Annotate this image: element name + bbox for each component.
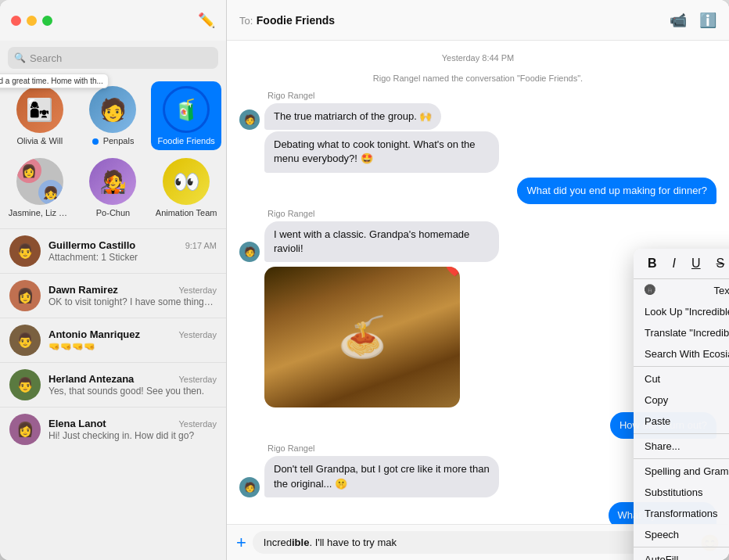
conv-content-elena: Elena Lanot Yesterday Hi! Just checking … (48, 418, 217, 441)
menu-item-autofill[interactable]: AutoFill ▶ (634, 549, 729, 560)
format-underline-button[interactable]: U (688, 255, 704, 272)
compose-icon[interactable]: ✏️ (198, 12, 215, 29)
conv-name-antonio: Antonio Manriquez (48, 328, 140, 340)
tooltip-olivia: We had a great time. Home with th... (0, 74, 109, 88)
menu-item-spelling[interactable]: Spelling and Grammar ▶ (634, 461, 729, 482)
main-panel: To: Foodie Friends 📹 ℹ️ Yesterday 8:44 P… (227, 0, 729, 560)
menu-label-copy: Copy (645, 394, 668, 406)
conv-elena[interactable]: 👩 Elena Lanot Yesterday Hi! Just checkin… (0, 407, 226, 451)
menu-item-transformations[interactable]: Transformations ▶ (634, 503, 729, 524)
conv-preview-guillermo: Attachment: 1 Sticker (48, 252, 217, 263)
conv-avatar-elena: 👩 (9, 414, 41, 445)
menu-item-search-ecosia[interactable]: Search With Ecosia (634, 343, 729, 364)
contact-name-jasmine-liz: Jasmine, Liz &... (9, 208, 71, 217)
avatar-jasmine-liz: 👩 👧 (16, 158, 63, 205)
chat-header: To: Foodie Friends 📹 ℹ️ (227, 0, 729, 41)
conv-time-guillermo: 9:17 AM (185, 241, 217, 250)
menu-item-copy[interactable]: Copy (634, 389, 729, 411)
info-icon[interactable]: ℹ️ (699, 12, 716, 29)
menu-label-translate: Translate "Incredible. I'll have to try.… (645, 327, 729, 339)
menu-label-paste: Paste (645, 415, 670, 427)
contact-name-animation-team: Animation Team (156, 208, 217, 217)
maximize-button[interactable] (42, 16, 52, 26)
minimize-button[interactable] (27, 16, 37, 26)
menu-item-lookup[interactable]: Look Up "Incredible. I'll have to try...… (634, 301, 729, 322)
conv-antonio[interactable]: 👨 Antonio Manriquez Yesterday 🤜🤜🤜🤜 (0, 318, 226, 362)
menu-label-cut: Cut (645, 373, 660, 385)
conv-preview-dawn: OK to visit tonight? I have some things … (48, 296, 217, 307)
msg-row-outgoing-1: What did you end up making for dinner? (239, 178, 716, 204)
menu-item-share[interactable]: Share... (634, 436, 729, 457)
text-effects-icon: 🅐 (645, 284, 655, 296)
menu-item-speech[interactable]: Speech ▶ (634, 524, 729, 545)
input-text-incred: Incred (264, 537, 292, 548)
bubble-pochun[interactable]: 🧑‍🎤 Po-Chun (78, 153, 149, 222)
video-call-icon[interactable]: 📹 (670, 12, 687, 29)
conv-guillermo[interactable]: 👨 Guillermo Castillo 9:17 AM Attachment:… (0, 228, 226, 273)
conv-herland[interactable]: 👨 Herland Antezana Yesterday Yes, that s… (0, 362, 226, 407)
menu-divider-3 (634, 458, 729, 459)
format-strikethrough-button[interactable]: S (713, 255, 728, 272)
bubble-msg-1: The true matriarch of the group. 🙌 (264, 103, 441, 130)
menu-label-speech: Speech (645, 529, 679, 540)
bubble-animation-team[interactable]: 👀 Animation Team (151, 153, 221, 222)
menu-label-autofill: AutoFill (645, 554, 678, 560)
conv-name-elena: Elena Lanot (48, 418, 106, 429)
titlebar: ✏️ (0, 0, 226, 41)
conv-avatar-antonio: 👨 (9, 325, 41, 356)
sender-rigo-1: Rigo Rangel (268, 91, 716, 100)
avatar-penpals: 🧑 (89, 86, 136, 133)
format-italic-button[interactable]: I (670, 255, 679, 272)
bubble-msg-2: Debating what to cook tonight. What's on… (264, 131, 499, 172)
message-input[interactable]: Incredible. I'll have to try mak (253, 531, 694, 554)
menu-divider-2 (634, 433, 729, 434)
menu-item-text-effects[interactable]: 🅐 Text Effects ▶ Big Small Shake Nod Exp… (634, 279, 729, 301)
chat-title: Foodie Friends (257, 14, 335, 27)
avatar-animation-team: 👀 (163, 158, 210, 205)
context-menu: B I U S 🅐 Text Effects ▶ Big Small Shake… (634, 249, 729, 560)
input-text-ible: ible (292, 537, 309, 548)
search-placeholder: Search (30, 52, 62, 64)
conv-name-herland: Herland Antezana (48, 373, 134, 385)
msg-row-2: Debating what to cook tonight. What's on… (239, 131, 716, 172)
conv-content-dawn: Dawn Ramirez Yesterday OK to visit tonig… (48, 284, 217, 307)
contact-name-pochun: Po-Chun (96, 208, 130, 217)
conv-preview-antonio: 🤜🤜🤜🤜 (48, 341, 217, 352)
menu-item-substitutions[interactable]: Substitutions ▶ (634, 482, 729, 503)
bubble-jasmine-liz[interactable]: 👩 👧 Jasmine, Liz &... (5, 153, 75, 222)
menu-label-text-effects: Text Effects (714, 285, 729, 296)
bubble-penpals[interactable]: 🧑 Penpals (78, 81, 149, 150)
menu-item-cut[interactable]: Cut (634, 368, 729, 389)
conv-time-antonio: Yesterday (178, 330, 217, 339)
conv-content-herland: Herland Antezana Yesterday Yes, that sou… (48, 373, 217, 397)
conv-avatar-guillermo: 👨 (9, 235, 41, 267)
search-bar[interactable]: 🔍 Search (8, 47, 218, 69)
close-button[interactable] (11, 16, 21, 26)
format-bold-button[interactable]: B (645, 255, 660, 272)
avatar-olivia-will: 👩‍👧 (16, 86, 63, 133)
search-icon: 🔍 (14, 52, 26, 63)
bubble-foodie-friends[interactable]: 🧃 Foodie Friends (151, 81, 221, 150)
chat-to-field: To: Foodie Friends (239, 13, 335, 27)
menu-format-bar: B I U S (634, 249, 729, 279)
msg-avatar-rigo-2: 🧑 (239, 242, 260, 262)
menu-label-spelling: Spelling and Grammar (645, 465, 729, 477)
msg-group-1: Rigo Rangel 🧑 The true matriarch of the … (239, 91, 716, 173)
menu-item-translate[interactable]: Translate "Incredible. I'll have to try.… (634, 322, 729, 343)
conv-name-dawn: Dawn Ramirez (48, 284, 118, 296)
menu-label-lookup: Look Up "Incredible. I'll have to try...… (645, 306, 729, 318)
header-icons: 📹 ℹ️ (670, 12, 716, 29)
contact-name-olivia-will: Olivia & Will (16, 136, 63, 145)
bubble-olivia-will[interactable]: We had a great time. Home with th... 👩‍👧… (5, 81, 75, 150)
system-rename-msg: Rigo Rangel named the conversation "Food… (239, 74, 716, 83)
avatar-foodie-friends: 🧃 (163, 86, 210, 133)
add-button[interactable]: + (236, 533, 246, 553)
menu-item-paste[interactable]: Paste (634, 411, 729, 432)
conv-avatar-dawn: 👩 (9, 280, 41, 311)
bubble-outgoing-1: What did you end up making for dinner? (517, 178, 716, 204)
contact-name-penpals: Penpals (92, 136, 135, 145)
conv-dawn[interactable]: 👩 Dawn Ramirez Yesterday OK to visit ton… (0, 273, 226, 318)
input-text-rest: . I'll have to try mak (309, 537, 397, 548)
sender-rigo-2: Rigo Rangel (268, 209, 716, 218)
msg-avatar-rigo-3: 🧑 (239, 477, 260, 497)
